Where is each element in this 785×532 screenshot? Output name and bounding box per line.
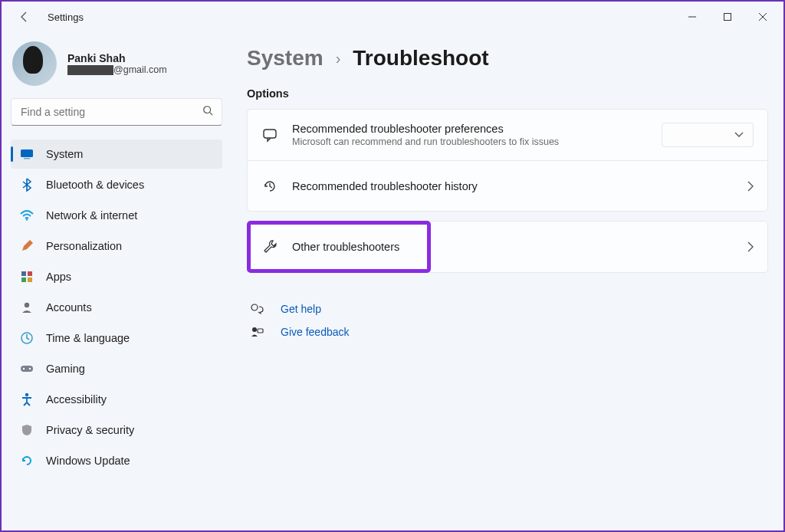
chevron-right-icon: › <box>336 50 341 67</box>
back-button[interactable] <box>18 11 32 23</box>
sidebar-item-privacy[interactable]: Privacy & security <box>11 415 222 445</box>
sidebar-item-windows-update[interactable]: Windows Update <box>11 446 222 475</box>
history-icon <box>261 178 278 195</box>
svg-rect-7 <box>24 158 30 159</box>
sidebar-item-label: Personalization <box>46 240 122 252</box>
system-icon <box>20 147 34 161</box>
sidebar-item-label: Bluetooth & devices <box>46 179 144 191</box>
svg-rect-11 <box>21 277 26 282</box>
svg-rect-12 <box>28 277 32 282</box>
avatar <box>12 41 57 86</box>
sidebar-item-personalization[interactable]: Personalization <box>11 232 222 261</box>
wrench-icon <box>261 238 278 255</box>
network-icon <box>20 209 34 222</box>
bluetooth-icon <box>20 178 34 192</box>
window-title: Settings <box>48 11 84 23</box>
card-subtitle: Microsoft can recommend and run troubles… <box>292 136 648 147</box>
svg-rect-22 <box>258 329 263 333</box>
get-help-link[interactable]: Get help <box>247 297 768 320</box>
sidebar-item-label: Accessibility <box>46 393 107 406</box>
nav-list: System Bluetooth & devices Network & int… <box>11 140 222 475</box>
card-group-2: Other troubleshooters <box>247 221 768 273</box>
svg-point-8 <box>26 218 28 220</box>
sidebar-item-system[interactable]: System <box>11 140 222 169</box>
svg-line-5 <box>210 113 213 116</box>
gaming-icon <box>20 362 34 376</box>
footer-links: Get help Give feedback <box>247 297 768 343</box>
user-name: Panki Shah <box>67 52 167 64</box>
sidebar-item-label: Apps <box>46 271 71 283</box>
svg-point-21 <box>252 327 257 332</box>
chevron-right-icon <box>747 181 754 192</box>
maximize-button[interactable] <box>710 5 745 28</box>
link-text: Get help <box>281 303 321 315</box>
sidebar-item-bluetooth[interactable]: Bluetooth & devices <box>11 170 222 199</box>
svg-point-17 <box>29 368 31 369</box>
sidebar: Panki Shah @gmail.com System Bluetooth &… <box>2 32 232 530</box>
section-options-header: Options <box>247 87 768 100</box>
sidebar-item-label: Accounts <box>46 301 92 314</box>
svg-point-4 <box>204 107 211 113</box>
search-icon <box>202 105 213 116</box>
titlebar: Settings <box>2 2 783 32</box>
privacy-icon <box>20 423 34 437</box>
svg-rect-6 <box>21 149 33 157</box>
svg-rect-19 <box>264 130 276 138</box>
sidebar-item-time-language[interactable]: Time & language <box>11 323 222 353</box>
card-title: Recommended troubleshooter preferences <box>292 123 648 135</box>
chevron-right-icon <box>747 241 754 252</box>
search-input[interactable] <box>11 98 222 126</box>
speech-bubble-icon <box>261 126 278 143</box>
chevron-down-icon <box>734 132 744 138</box>
svg-point-18 <box>25 393 28 396</box>
time-language-icon <box>20 331 34 345</box>
recommended-prefs-row[interactable]: Recommended troubleshooter preferences M… <box>248 110 767 160</box>
svg-rect-1 <box>724 14 731 21</box>
user-card[interactable]: Panki Shah @gmail.com <box>12 41 222 86</box>
svg-point-16 <box>23 368 25 369</box>
svg-point-20 <box>251 304 258 310</box>
personalization-icon <box>20 239 34 253</box>
svg-rect-9 <box>21 271 26 276</box>
sidebar-item-label: System <box>46 148 83 160</box>
sidebar-item-accounts[interactable]: Accounts <box>11 293 222 322</box>
accounts-icon <box>20 300 34 314</box>
link-text: Give feedback <box>281 326 350 338</box>
svg-rect-10 <box>28 271 32 276</box>
card-title: Other troubleshooters <box>292 241 734 253</box>
svg-rect-15 <box>21 366 33 372</box>
sidebar-item-label: Network & internet <box>46 209 137 222</box>
give-feedback-link[interactable]: Give feedback <box>247 320 768 343</box>
prefs-dropdown[interactable] <box>662 123 754 147</box>
sidebar-item-network[interactable]: Network & internet <box>11 201 222 230</box>
breadcrumb-parent[interactable]: System <box>247 46 324 71</box>
history-row[interactable]: Recommended troubleshooter history <box>248 160 767 211</box>
help-icon <box>250 302 267 316</box>
sidebar-item-label: Privacy & security <box>46 424 134 436</box>
sidebar-item-label: Gaming <box>46 363 85 375</box>
sidebar-item-gaming[interactable]: Gaming <box>11 354 222 383</box>
breadcrumb: System › Troubleshoot <box>247 46 768 71</box>
windows-update-icon <box>20 454 34 468</box>
search-box[interactable] <box>11 98 222 126</box>
card-title: Recommended troubleshooter history <box>292 180 734 192</box>
content-area: System › Troubleshoot Options Recommende… <box>232 32 783 530</box>
accessibility-icon <box>20 392 34 406</box>
sidebar-item-label: Windows Update <box>46 455 130 467</box>
minimize-button[interactable] <box>675 5 710 28</box>
sidebar-item-accessibility[interactable]: Accessibility <box>11 385 222 414</box>
page-title: Troubleshoot <box>353 46 488 71</box>
user-email: @gmail.com <box>67 64 167 75</box>
close-button[interactable] <box>745 5 780 28</box>
card-group-1: Recommended troubleshooter preferences M… <box>247 109 768 212</box>
feedback-icon <box>250 325 267 339</box>
apps-icon <box>20 270 34 284</box>
svg-point-13 <box>25 303 29 307</box>
redacted-block <box>67 65 113 75</box>
sidebar-item-apps[interactable]: Apps <box>11 262 222 291</box>
sidebar-item-label: Time & language <box>46 332 130 344</box>
other-troubleshooters-row[interactable]: Other troubleshooters <box>248 222 767 272</box>
